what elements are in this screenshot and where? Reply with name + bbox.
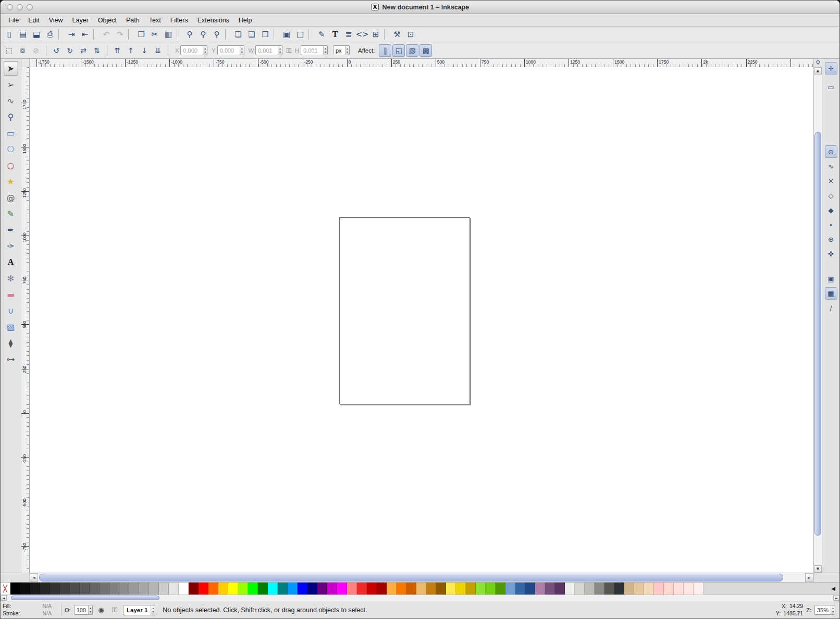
print-button[interactable]: ⎙ — [43, 28, 57, 41]
color-swatch[interactable] — [634, 583, 644, 595]
lower-to-bottom-button[interactable]: ⇊ — [152, 44, 164, 57]
fill-stroke-dialog-button[interactable]: ✎ — [315, 28, 328, 41]
flip-vertical-button[interactable]: ⇅ — [91, 44, 103, 57]
pencil-tool[interactable]: ✎ — [4, 206, 18, 221]
horizontal-ruler[interactable]: -1750-1500-1250-1000-750-500-25002505007… — [30, 59, 813, 67]
paste-button[interactable]: ▥ — [162, 28, 175, 41]
clone-button[interactable]: ❑ — [245, 28, 258, 41]
color-swatch[interactable] — [238, 583, 248, 595]
h-input[interactable]: 0.001 ▴▾ — [301, 45, 328, 55]
copy-button[interactable]: ❐ — [134, 28, 148, 41]
redo-button[interactable]: ↷ — [113, 28, 127, 41]
color-swatch[interactable] — [169, 583, 179, 595]
color-swatch[interactable] — [575, 583, 585, 595]
menu-filters[interactable]: Filters — [166, 16, 193, 25]
palette-scroll-right-arrow-icon[interactable]: ► — [833, 595, 839, 601]
zoom-input[interactable]: 35% ▴▾ — [814, 605, 835, 615]
color-swatch[interactable] — [406, 583, 416, 595]
color-swatch[interactable] — [614, 583, 624, 595]
maximize-button[interactable] — [27, 4, 33, 10]
palette-scroll-left-arrow-icon[interactable]: ◄ — [1, 595, 7, 601]
menu-view[interactable]: View — [44, 16, 68, 25]
color-swatch[interactable] — [535, 583, 545, 595]
flip-horizontal-button[interactable]: ⇄ — [77, 44, 90, 57]
snap-cusp-nodes-toggle[interactable]: ◇ — [825, 189, 837, 202]
export-button[interactable]: ⇤ — [78, 28, 92, 41]
scroll-left-icon[interactable]: ◄ — [30, 573, 38, 582]
color-swatch[interactable] — [90, 583, 100, 595]
color-swatch[interactable] — [565, 583, 575, 595]
color-swatch[interactable] — [70, 583, 80, 595]
units-dropdown[interactable]: px ▴▾ — [333, 45, 350, 55]
vertical-scroll-track[interactable] — [814, 75, 822, 565]
color-swatch[interactable] — [684, 583, 694, 595]
lock-ratio-icon[interactable]: ⚿ — [286, 46, 291, 55]
dropper-tool[interactable]: ⧫ — [4, 336, 18, 350]
color-swatch[interactable] — [644, 583, 654, 595]
scroll-up-icon[interactable]: ▲ — [814, 67, 822, 75]
color-swatch[interactable] — [60, 583, 70, 595]
color-swatch[interactable] — [109, 583, 119, 595]
color-swatch[interactable] — [456, 583, 466, 595]
color-swatch[interactable] — [347, 583, 357, 595]
opacity-stepper[interactable]: ▴▾ — [88, 605, 92, 614]
h-stepper[interactable]: ▴▾ — [323, 46, 327, 55]
color-swatch[interactable] — [307, 583, 317, 595]
star-tool[interactable]: ★ — [4, 174, 18, 189]
scroll-right-icon[interactable]: ► — [805, 573, 813, 582]
spray-tool[interactable]: ✻ — [4, 271, 18, 286]
color-swatch[interactable] — [258, 583, 268, 595]
color-swatch[interactable] — [555, 583, 565, 595]
tweak-tool[interactable]: ∿ — [4, 93, 18, 108]
bucket-tool[interactable]: ∪ — [4, 303, 18, 318]
color-swatch[interactable] — [505, 583, 515, 595]
color-swatch[interactable] — [664, 583, 674, 595]
color-swatch[interactable] — [228, 583, 238, 595]
color-swatch[interactable] — [604, 583, 614, 595]
rotate-ccw-button[interactable]: ↺ — [50, 44, 63, 57]
color-swatch[interactable] — [139, 583, 149, 595]
color-swatch[interactable] — [496, 583, 505, 595]
menu-text[interactable]: Text — [144, 16, 166, 25]
palette-scroll-thumb[interactable] — [11, 596, 159, 600]
selector-tool[interactable]: ➤ — [4, 61, 18, 76]
snap-rotation-center-toggle[interactable]: ✜ — [825, 247, 837, 260]
palette-scroll-track[interactable] — [7, 595, 833, 601]
close-button[interactable] — [7, 4, 13, 10]
snap-object-centers-toggle[interactable]: ⊕ — [825, 233, 837, 245]
color-swatch[interactable] — [159, 583, 169, 595]
color-swatch[interactable] — [298, 583, 307, 595]
color-swatch[interactable] — [387, 583, 397, 595]
group-button[interactable]: ▣ — [280, 28, 293, 41]
cut-button[interactable]: ✂ — [148, 28, 162, 41]
color-swatch[interactable] — [525, 583, 535, 595]
color-swatch[interactable] — [476, 583, 486, 595]
rectangle-tool[interactable]: ▭ — [4, 126, 18, 140]
pen-tool[interactable]: ✒ — [4, 222, 18, 237]
color-swatch[interactable] — [367, 583, 377, 595]
color-swatch[interactable] — [446, 583, 456, 595]
color-swatch[interactable] — [50, 583, 60, 595]
move-patterns-toggle[interactable]: ▩ — [419, 44, 432, 57]
snap-grid-toggle[interactable]: ▦ — [825, 287, 837, 300]
color-swatch[interactable] — [248, 583, 258, 595]
color-swatch[interactable] — [268, 583, 278, 595]
import-button[interactable]: ⇥ — [65, 28, 78, 41]
color-swatch[interactable] — [595, 583, 604, 595]
open-button[interactable]: ▤ — [16, 28, 30, 41]
color-swatch[interactable] — [426, 583, 436, 595]
layer-selector[interactable]: Layer 1 ▴▾ — [123, 605, 155, 615]
layer-visibility-icon[interactable]: ◉ — [96, 606, 106, 614]
snap-smooth-nodes-toggle[interactable]: ◆ — [825, 204, 837, 216]
zoom-drawing-button[interactable]: ⚲ — [196, 28, 210, 41]
color-swatch[interactable] — [100, 583, 109, 595]
vertical-scroll-thumb[interactable] — [814, 132, 821, 536]
color-swatch[interactable] — [515, 583, 525, 595]
gradient-tool[interactable]: ▧ — [4, 319, 18, 334]
layer-lock-icon[interactable]: ⚿ — [109, 606, 120, 614]
ungroup-button[interactable]: ▢ — [293, 28, 307, 41]
horizontal-scrollbar[interactable]: ◄ ► — [30, 573, 813, 582]
color-swatch[interactable] — [288, 583, 298, 595]
color-swatch[interactable] — [545, 583, 555, 595]
x-stepper[interactable]: ▴▾ — [203, 46, 207, 55]
